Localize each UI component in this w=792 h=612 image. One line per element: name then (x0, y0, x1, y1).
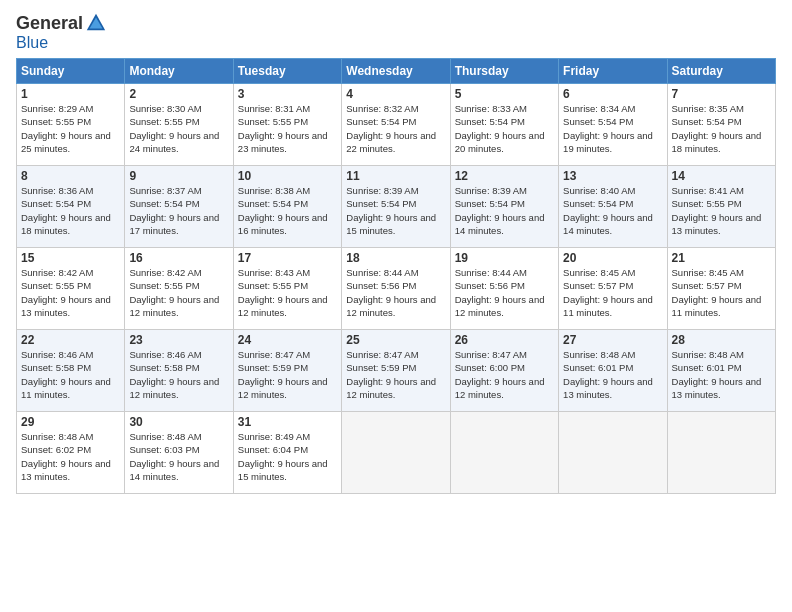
sunset-label: Sunset: 5:54 PM (21, 198, 91, 209)
calendar-week-2: 8 Sunrise: 8:36 AM Sunset: 5:54 PM Dayli… (17, 166, 776, 248)
day-info: Sunrise: 8:29 AM Sunset: 5:55 PM Dayligh… (21, 102, 120, 155)
sunrise-label: Sunrise: 8:30 AM (129, 103, 201, 114)
day-number: 18 (346, 251, 445, 265)
calendar-cell: 21 Sunrise: 8:45 AM Sunset: 5:57 PM Dayl… (667, 248, 775, 330)
daylight-label: Daylight: 9 hours and 11 minutes. (21, 376, 111, 400)
daylight-label: Daylight: 9 hours and 13 minutes. (563, 376, 653, 400)
sunset-label: Sunset: 5:55 PM (21, 280, 91, 291)
sunset-label: Sunset: 5:55 PM (129, 280, 199, 291)
sunrise-label: Sunrise: 8:37 AM (129, 185, 201, 196)
sunset-label: Sunset: 5:54 PM (672, 116, 742, 127)
day-number: 5 (455, 87, 554, 101)
calendar-cell: 29 Sunrise: 8:48 AM Sunset: 6:02 PM Dayl… (17, 412, 125, 494)
daylight-label: Daylight: 9 hours and 12 minutes. (346, 294, 436, 318)
calendar-week-3: 15 Sunrise: 8:42 AM Sunset: 5:55 PM Dayl… (17, 248, 776, 330)
sunrise-label: Sunrise: 8:35 AM (672, 103, 744, 114)
weekday-header-row: SundayMondayTuesdayWednesdayThursdayFrid… (17, 59, 776, 84)
daylight-label: Daylight: 9 hours and 11 minutes. (563, 294, 653, 318)
header: General Blue (16, 12, 776, 52)
day-info: Sunrise: 8:39 AM Sunset: 5:54 PM Dayligh… (346, 184, 445, 237)
daylight-label: Daylight: 9 hours and 15 minutes. (346, 212, 436, 236)
sunrise-label: Sunrise: 8:47 AM (455, 349, 527, 360)
calendar-cell (667, 412, 775, 494)
sunrise-label: Sunrise: 8:42 AM (129, 267, 201, 278)
day-number: 28 (672, 333, 771, 347)
day-number: 16 (129, 251, 228, 265)
day-info: Sunrise: 8:35 AM Sunset: 5:54 PM Dayligh… (672, 102, 771, 155)
daylight-label: Daylight: 9 hours and 20 minutes. (455, 130, 545, 154)
sunset-label: Sunset: 5:58 PM (129, 362, 199, 373)
weekday-header-tuesday: Tuesday (233, 59, 341, 84)
day-number: 31 (238, 415, 337, 429)
weekday-header-thursday: Thursday (450, 59, 558, 84)
sunset-label: Sunset: 5:54 PM (455, 116, 525, 127)
day-number: 10 (238, 169, 337, 183)
sunset-label: Sunset: 5:54 PM (346, 198, 416, 209)
sunrise-label: Sunrise: 8:48 AM (672, 349, 744, 360)
day-info: Sunrise: 8:39 AM Sunset: 5:54 PM Dayligh… (455, 184, 554, 237)
day-info: Sunrise: 8:47 AM Sunset: 5:59 PM Dayligh… (346, 348, 445, 401)
calendar-cell (450, 412, 558, 494)
daylight-label: Daylight: 9 hours and 17 minutes. (129, 212, 219, 236)
calendar-cell: 27 Sunrise: 8:48 AM Sunset: 6:01 PM Dayl… (559, 330, 667, 412)
calendar-cell: 23 Sunrise: 8:46 AM Sunset: 5:58 PM Dayl… (125, 330, 233, 412)
weekday-header-saturday: Saturday (667, 59, 775, 84)
day-info: Sunrise: 8:48 AM Sunset: 6:03 PM Dayligh… (129, 430, 228, 483)
day-number: 9 (129, 169, 228, 183)
calendar-cell: 3 Sunrise: 8:31 AM Sunset: 5:55 PM Dayli… (233, 84, 341, 166)
sunrise-label: Sunrise: 8:47 AM (346, 349, 418, 360)
daylight-label: Daylight: 9 hours and 14 minutes. (455, 212, 545, 236)
day-info: Sunrise: 8:45 AM Sunset: 5:57 PM Dayligh… (672, 266, 771, 319)
sunset-label: Sunset: 5:55 PM (238, 280, 308, 291)
sunrise-label: Sunrise: 8:46 AM (21, 349, 93, 360)
day-number: 27 (563, 333, 662, 347)
sunset-label: Sunset: 5:55 PM (238, 116, 308, 127)
page-container: General Blue SundayMondayTuesdayWednesda… (0, 0, 792, 502)
day-info: Sunrise: 8:48 AM Sunset: 6:01 PM Dayligh… (563, 348, 662, 401)
sunset-label: Sunset: 5:55 PM (672, 198, 742, 209)
sunset-label: Sunset: 6:02 PM (21, 444, 91, 455)
sunset-label: Sunset: 5:54 PM (346, 116, 416, 127)
day-number: 12 (455, 169, 554, 183)
sunrise-label: Sunrise: 8:33 AM (455, 103, 527, 114)
day-number: 17 (238, 251, 337, 265)
daylight-label: Daylight: 9 hours and 14 minutes. (563, 212, 653, 236)
sunrise-label: Sunrise: 8:47 AM (238, 349, 310, 360)
sunrise-label: Sunrise: 8:44 AM (346, 267, 418, 278)
sunrise-label: Sunrise: 8:38 AM (238, 185, 310, 196)
sunset-label: Sunset: 5:54 PM (563, 198, 633, 209)
daylight-label: Daylight: 9 hours and 15 minutes. (238, 458, 328, 482)
day-info: Sunrise: 8:34 AM Sunset: 5:54 PM Dayligh… (563, 102, 662, 155)
sunset-label: Sunset: 6:01 PM (672, 362, 742, 373)
calendar-week-4: 22 Sunrise: 8:46 AM Sunset: 5:58 PM Dayl… (17, 330, 776, 412)
day-number: 2 (129, 87, 228, 101)
sunset-label: Sunset: 6:00 PM (455, 362, 525, 373)
calendar-cell: 19 Sunrise: 8:44 AM Sunset: 5:56 PM Dayl… (450, 248, 558, 330)
sunset-label: Sunset: 5:54 PM (129, 198, 199, 209)
daylight-label: Daylight: 9 hours and 18 minutes. (21, 212, 111, 236)
sunset-label: Sunset: 6:01 PM (563, 362, 633, 373)
sunset-label: Sunset: 5:54 PM (455, 198, 525, 209)
calendar-cell: 10 Sunrise: 8:38 AM Sunset: 5:54 PM Dayl… (233, 166, 341, 248)
day-number: 21 (672, 251, 771, 265)
day-info: Sunrise: 8:30 AM Sunset: 5:55 PM Dayligh… (129, 102, 228, 155)
sunset-label: Sunset: 5:59 PM (346, 362, 416, 373)
day-info: Sunrise: 8:37 AM Sunset: 5:54 PM Dayligh… (129, 184, 228, 237)
logo-blue-text: Blue (16, 34, 48, 52)
day-number: 6 (563, 87, 662, 101)
daylight-label: Daylight: 9 hours and 12 minutes. (129, 376, 219, 400)
day-number: 30 (129, 415, 228, 429)
day-number: 29 (21, 415, 120, 429)
daylight-label: Daylight: 9 hours and 11 minutes. (672, 294, 762, 318)
sunrise-label: Sunrise: 8:36 AM (21, 185, 93, 196)
calendar-cell: 26 Sunrise: 8:47 AM Sunset: 6:00 PM Dayl… (450, 330, 558, 412)
day-info: Sunrise: 8:47 AM Sunset: 6:00 PM Dayligh… (455, 348, 554, 401)
daylight-label: Daylight: 9 hours and 19 minutes. (563, 130, 653, 154)
weekday-header-sunday: Sunday (17, 59, 125, 84)
daylight-label: Daylight: 9 hours and 13 minutes. (672, 376, 762, 400)
day-number: 15 (21, 251, 120, 265)
sunrise-label: Sunrise: 8:48 AM (129, 431, 201, 442)
day-number: 26 (455, 333, 554, 347)
sunrise-label: Sunrise: 8:32 AM (346, 103, 418, 114)
daylight-label: Daylight: 9 hours and 12 minutes. (238, 294, 328, 318)
